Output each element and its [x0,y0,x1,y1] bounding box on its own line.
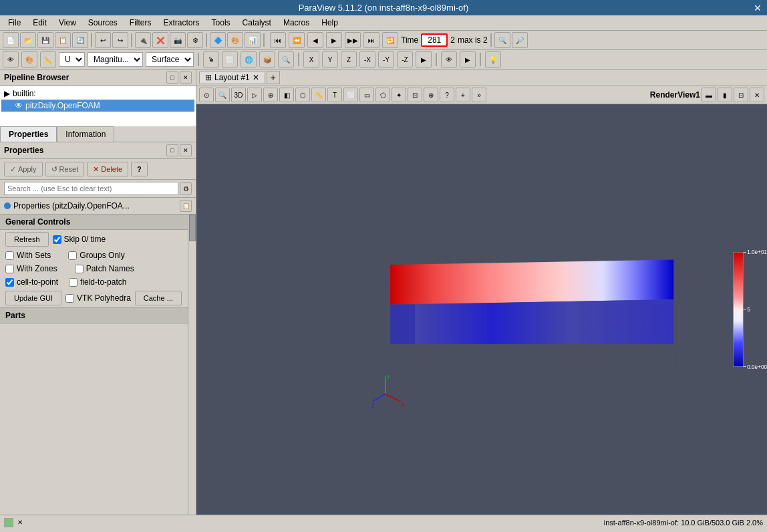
menu-edit[interactable]: Edit [27,17,52,29]
repr-btn[interactable]: 🔷 [210,32,226,48]
prev-btn[interactable]: ◀ [307,32,323,48]
menu-tools[interactable]: Tools [206,17,236,29]
apply-button[interactable]: ✓ Apply [4,162,43,176]
with-sets-checkbox[interactable] [5,251,14,260]
menu-catalyst[interactable]: Catalyst [237,17,277,29]
pick-btn[interactable]: ⊕ [424,88,438,102]
split-h-btn[interactable]: ▬ [702,88,716,102]
pipeline-close-btn[interactable]: ✕ [180,72,192,84]
maximize-btn[interactable]: ⊡ [734,88,748,102]
y-axis-btn[interactable]: Y [322,51,338,68]
next-btn[interactable]: ▶▶ [345,32,361,48]
field-select[interactable]: U [59,52,85,67]
repr-select[interactable]: Surface [146,52,194,67]
query-btn[interactable]: ? [440,88,454,102]
zoom-data-btn[interactable]: 🔍 [215,88,230,102]
load-state-btn[interactable]: 🔄 [72,32,88,48]
select-cell-btn[interactable]: ⊡ [408,88,422,102]
layout-tab[interactable]: ⊞ Layout #1 ✕ [199,71,265,84]
search-settings-btn[interactable]: ⚙ [180,182,192,194]
skip-checkbox[interactable] [53,235,61,244]
close-view-btn[interactable]: ✕ [750,88,764,102]
refresh-button[interactable]: Refresh [5,232,49,247]
zoom-out-btn[interactable]: 🔎 [512,32,528,48]
canvas-area[interactable]: 1.0e+01 5 0.0e+00 U Magnitude Y Z [196,104,767,515]
vertical-scrollbar[interactable] [188,215,196,515]
add-layout-btn[interactable]: + [267,71,280,84]
annotate-btn[interactable]: T [327,88,342,102]
vtk-polyhedra-checkbox[interactable] [65,294,74,303]
menu-macros[interactable]: Macros [278,17,315,29]
eye2-btn[interactable]: 👁 [441,51,457,68]
render-btn[interactable]: ▷ [247,88,262,102]
redo-btn[interactable]: ↪ [112,32,128,48]
surface-btn[interactable]: ◧ [279,88,294,102]
with-zones-checkbox[interactable] [5,265,14,273]
menu-filters[interactable]: Filters [124,17,157,29]
yneg-btn[interactable]: -Y [378,51,394,68]
cache-button[interactable]: Cache ... [135,291,182,305]
field-to-patch-checkbox[interactable] [69,278,78,287]
xneg-btn[interactable]: -X [359,51,375,68]
first-frame-btn[interactable]: ⏮ [270,32,286,48]
screenshot-btn[interactable]: 📷 [170,32,186,48]
loop-btn[interactable]: 🔁 [382,32,398,48]
menu-view[interactable]: View [53,17,82,29]
save-btn[interactable]: 💾 [37,32,53,48]
more2-btn[interactable]: ▶ [460,51,476,68]
render-3d-btn[interactable]: 3D [231,88,246,102]
tree-item-builtin[interactable]: ▶ builtin: [1,88,194,100]
more-render-btn[interactable]: » [472,88,486,102]
scrollbar-thumb[interactable] [189,215,196,241]
reset-camera-btn[interactable]: ⊙ [199,88,214,102]
status-close-btn[interactable]: ✕ [17,519,23,526]
scalar-btn[interactable]: 📊 [245,32,261,48]
color-btn[interactable]: 🎨 [227,32,243,48]
tab-properties[interactable]: Properties [0,126,57,142]
orient-btn[interactable]: ⊕ [263,88,278,102]
menu-extractors[interactable]: Extractors [158,17,205,29]
select-poly-btn[interactable]: ⬠ [375,88,390,102]
prev-frame-btn[interactable]: ⏪ [289,32,305,48]
properties-expand-btn[interactable]: □ [166,144,178,156]
save-as-btn[interactable]: 📋 [55,32,71,48]
edge-btn[interactable]: ⬡ [295,88,310,102]
pipeline-expand-btn[interactable]: □ [166,72,178,84]
delete-button[interactable]: ✕ Delete [87,162,128,176]
interact-btn[interactable]: 🖱 [203,51,219,68]
zoom-btn[interactable]: 🔍 [278,51,294,68]
search-input[interactable] [4,182,178,195]
box-btn[interactable]: 📦 [259,51,275,68]
tree-item-openfoam[interactable]: 👁 pitzDaily.OpenFOAM [1,100,194,112]
settings-btn[interactable]: ⚙ [187,32,203,48]
light-btn[interactable]: 💡 [485,51,501,68]
new-btn[interactable]: 📄 [3,32,19,48]
menu-sources[interactable]: Sources [83,17,123,29]
connect-btn[interactable]: 🔌 [135,32,151,48]
play-btn[interactable]: ▶ [326,32,342,48]
select-pt-btn[interactable]: ✦ [392,88,406,102]
zneg-btn[interactable]: -Z [397,51,413,68]
open-btn[interactable]: 📂 [20,32,36,48]
update-gui-button[interactable]: Update GUI [5,291,61,305]
tab-information[interactable]: Information [57,126,114,142]
selection-btn[interactable]: ⬜ [343,88,358,102]
groups-only-checkbox[interactable] [68,251,77,260]
color2-btn[interactable]: 🎨 [21,51,37,68]
layout-tab-close[interactable]: ✕ [253,73,259,82]
measure-btn[interactable]: + [456,88,470,102]
globe-btn[interactable]: 🌐 [241,51,257,68]
zoom-in-btn[interactable]: 🔍 [494,32,510,48]
eye-btn[interactable]: 👁 [3,51,19,68]
split-v-btn[interactable]: ▮ [718,88,732,102]
mode-select[interactable]: Magnitu... [88,52,143,67]
undo-btn[interactable]: ↩ [95,32,111,48]
select-box-btn[interactable]: ▭ [359,88,374,102]
menu-help[interactable]: Help [316,17,343,29]
axis-btn[interactable]: 📐 [40,51,56,68]
cell-to-point-checkbox[interactable] [5,278,14,287]
copy-btn[interactable]: 📋 [180,200,192,212]
menu-file[interactable]: File [3,17,26,29]
more-btn[interactable]: ▶ [416,51,432,68]
select-btn[interactable]: ⬜ [222,51,238,68]
